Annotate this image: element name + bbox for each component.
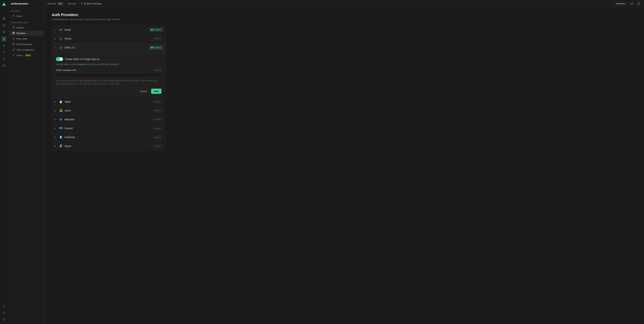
rate-limits-icon (12, 37, 15, 40)
users-icon (12, 15, 15, 17)
sidebar-item-hooks[interactable]: Hooks BETA (10, 53, 44, 58)
facebook-status-badge: Disabled (151, 135, 163, 139)
svg-rect-29 (60, 146, 61, 147)
cancel-button[interactable]: Cancel (137, 89, 150, 94)
email-templates-label: Email Templates (16, 43, 32, 45)
svg-point-12 (13, 15, 14, 16)
content-area: Auth Providers Authenticate your users t… (45, 7, 644, 324)
chevron-figma: ▶ (54, 145, 57, 147)
svg-point-25 (151, 47, 153, 48)
metadata-url-input[interactable] (56, 72, 162, 78)
page-subtitle: Authenticate your users through a suite … (52, 18, 637, 20)
email-provider-name: Email (64, 28, 148, 31)
provider-list: ▼ Email Enabled ▶ Phone Disabled (52, 25, 166, 151)
config-section-label: CONFIGURATION (8, 19, 45, 25)
save-button[interactable]: Save (151, 89, 162, 94)
svg-point-31 (61, 146, 62, 147)
svg-point-20 (638, 4, 639, 5)
figma-provider-icon (59, 144, 63, 148)
toggle-thumb (60, 58, 62, 61)
app-logo[interactable] (2, 2, 6, 7)
chevron-bitbucket: ▶ (54, 118, 57, 121)
phone-status-badge: Disabled (151, 37, 163, 40)
sidebar-item-email-templates[interactable]: Email Templates (10, 42, 44, 47)
settings-icon[interactable] (1, 303, 7, 309)
provider-row-email[interactable]: ▼ Email Enabled (52, 25, 166, 34)
svg-point-24 (61, 48, 61, 48)
svg-point-22 (151, 29, 153, 31)
feedback-button[interactable]: Feedback (613, 1, 628, 6)
svg-rect-0 (3, 17, 5, 18)
breadcrumb-descope-2[interactable]: Descope (68, 2, 76, 5)
home-icon[interactable]: ⌂ (1, 9, 7, 15)
table-icon[interactable] (1, 16, 7, 21)
storage-icon[interactable] (1, 43, 7, 48)
sidebar-item-url-config[interactable]: URL Configuration (10, 47, 44, 52)
provider-row-apple[interactable]: ▶ Apple Disabled (52, 97, 166, 106)
icon-rail: ⌂ ? (0, 0, 8, 324)
provider-row-figma[interactable]: ▶ Figma Disabled (52, 142, 166, 150)
svg-rect-27 (60, 144, 61, 146)
topbar: Descope Pro / Descope / Enable branching… (45, 0, 644, 7)
svg-rect-21 (60, 29, 62, 31)
saml-row-header[interactable]: ▼ SAML 2.0 Enabled (52, 43, 166, 52)
svg-rect-15 (12, 43, 14, 45)
message-icon-btn[interactable] (629, 1, 634, 6)
sidebar-item-rate-limits[interactable]: Rate Limits (10, 36, 44, 41)
chevron-azure: ▶ (54, 109, 57, 112)
metadata-url-optional: Optional (154, 69, 162, 71)
svg-rect-30 (60, 147, 61, 148)
auth-icon[interactable] (1, 36, 7, 41)
sidebar-title: Authentication (11, 2, 28, 5)
svg-text:?: ? (3, 319, 4, 321)
svg-point-8 (4, 306, 4, 307)
helper-post: to set up SAML after enabling it (90, 63, 119, 65)
saml-form-actions: Cancel Save (56, 89, 162, 94)
svg-point-6 (4, 39, 4, 39)
metadata-url-label: SAML metadata URL (56, 69, 76, 71)
sidebar-item-policies[interactable]: Policies (10, 25, 44, 30)
provider-row-saml: ▼ SAML 2.0 Enabled (52, 43, 166, 97)
email-templates-icon (12, 43, 15, 46)
provider-row-facebook[interactable]: ▶ Facebook Disabled (52, 133, 166, 142)
chevron-email: ▼ (54, 29, 57, 31)
functions-icon[interactable] (1, 50, 7, 55)
supabase-cli-link[interactable]: Supabase CLI (78, 63, 90, 65)
provider-row-bitbucket[interactable]: ▶ Bitbucket Disabled (52, 115, 166, 124)
helper-pre: You will need to use the (56, 63, 78, 65)
provider-row-discord[interactable]: ▶ Discord Disabled (52, 124, 166, 133)
chevron-phone: ▶ (54, 37, 57, 40)
sidebar-item-users[interactable]: Users (10, 13, 44, 19)
provider-row-azure[interactable]: ▶ Azure Disabled (52, 106, 166, 115)
url-config-icon (12, 48, 15, 51)
help-circle-icon-btn[interactable] (636, 1, 641, 6)
chevron-discord: ▶ (54, 127, 57, 129)
sidebar-item-providers[interactable]: Providers (10, 31, 44, 36)
chevron-facebook: ▶ (54, 136, 57, 138)
help-icon[interactable]: ? (1, 317, 7, 322)
discord-provider-name: Discord (64, 127, 150, 130)
policies-icon (12, 26, 15, 29)
reports-icon[interactable] (1, 63, 7, 68)
editor-icon[interactable] (1, 23, 7, 28)
facebook-provider-icon (59, 135, 63, 139)
hooks-icon (12, 54, 15, 57)
svg-rect-1 (3, 18, 5, 19)
breadcrumb-sep-2: / (78, 2, 79, 5)
apple-provider-name: Apple (64, 100, 150, 103)
provider-row-phone[interactable]: ▶ Phone Disabled (52, 34, 166, 43)
search-icon[interactable] (1, 310, 7, 315)
database-icon[interactable] (1, 29, 7, 35)
logs-icon[interactable] (1, 56, 7, 62)
svg-point-4 (3, 31, 5, 32)
saml-status-badge: Enabled (149, 46, 163, 49)
email-status-badge: Enabled (149, 28, 163, 32)
saml-toggle[interactable] (56, 57, 63, 61)
saml-metadata-url-field: SAML metadata URL Optional You may use a… (56, 69, 162, 85)
providers-label: Providers (16, 32, 26, 34)
apple-status-badge: Disabled (151, 100, 163, 103)
saml-toggle-label: Enable SAML 2.0 Single Sign-on (65, 58, 99, 60)
hooks-beta-badge: BETA (25, 54, 31, 57)
breadcrumb-descope-1[interactable]: Descope (48, 2, 56, 5)
enable-branching-btn[interactable]: Enable branching (81, 2, 101, 5)
